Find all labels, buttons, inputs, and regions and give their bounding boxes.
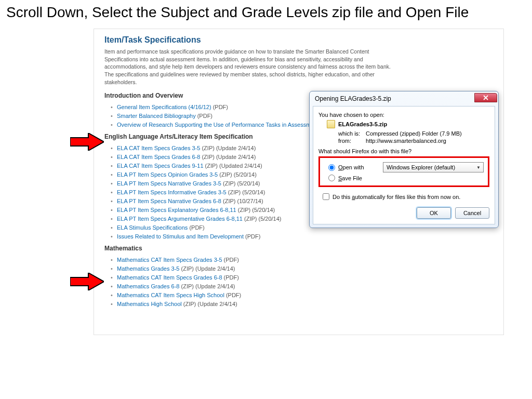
list-item: Mathematics CAT Item Specs Grades 3-5 (P… bbox=[111, 255, 493, 264]
suffix: (ZIP) (Updated 2/4/14) bbox=[204, 163, 262, 169]
list-item: Mathematics CAT Item Specs High School (… bbox=[111, 290, 493, 299]
svg-marker-0 bbox=[70, 133, 104, 151]
link[interactable]: ELA CAT Item Specs Grades 3-5 bbox=[117, 145, 200, 151]
question-text: What should Firefox do with this file? bbox=[318, 148, 489, 154]
link[interactable]: ELA CAT Item Specs Grades 9-11 bbox=[117, 163, 204, 169]
close-button[interactable] bbox=[474, 93, 497, 102]
subsection-math: Mathematics bbox=[104, 245, 493, 252]
link[interactable]: ELA CAT Item Specs Grades 6-8 bbox=[117, 154, 200, 160]
which-is-value: Compressed (zipped) Folder (7.9 MB) bbox=[366, 130, 462, 137]
link[interactable]: Mathematics High School bbox=[117, 301, 182, 307]
download-dialog: Opening ELAGrades3-5.zip You have chosen… bbox=[309, 91, 499, 228]
open-with-label: Open with bbox=[338, 164, 380, 170]
auto-label: Do this automatically for files like thi… bbox=[332, 194, 460, 200]
application-dropdown[interactable]: Windows Explorer (default) bbox=[383, 162, 484, 172]
suffix: (ZIP) (5/20/14) bbox=[221, 180, 260, 187]
link[interactable]: Smarter Balanced Bibliography bbox=[117, 113, 196, 119]
ok-button[interactable]: OK bbox=[417, 207, 451, 219]
link[interactable]: ELA PT Item Specs Explanatory Grades 6-8… bbox=[117, 207, 236, 213]
chosen-text: You have chosen to open: bbox=[318, 112, 489, 118]
open-with-radio[interactable] bbox=[328, 164, 335, 171]
section-heading: Item/Task Specifications bbox=[104, 35, 493, 45]
suffix: (ZIP) (Update 2/4/14) bbox=[179, 265, 235, 272]
suffix: (ZIP) (5/20/14) bbox=[243, 216, 282, 222]
suffix: (ZIP) (Update 2/4/14) bbox=[200, 154, 256, 160]
auto-checkbox[interactable] bbox=[323, 193, 329, 200]
which-is-label: which is: bbox=[338, 130, 364, 137]
suffix: (PDF) bbox=[222, 274, 239, 281]
suffix: (PDF) bbox=[188, 224, 204, 231]
zip-icon bbox=[327, 120, 335, 128]
suffix: (PDF) bbox=[196, 113, 212, 119]
link[interactable]: General Item Specifications (4/16/12) bbox=[117, 104, 211, 110]
suffix: (ZIP) (Update 2/4/14) bbox=[179, 283, 235, 289]
arrow-icon bbox=[70, 133, 104, 151]
link[interactable]: ELA PT Item Specs Narrative Grades 3-5 bbox=[117, 180, 221, 187]
link[interactable]: ELA PT Item Specs Informative Grades 3-5 bbox=[117, 189, 227, 195]
link[interactable]: Mathematics CAT Item Specs Grades 3-5 bbox=[117, 257, 222, 263]
dialog-title: Opening ELAGrades3-5.zip bbox=[315, 95, 474, 102]
dialog-titlebar[interactable]: Opening ELAGrades3-5.zip bbox=[310, 91, 498, 106]
suffix: (ZIP) (10/27/14) bbox=[221, 198, 263, 204]
link[interactable]: Overview of Research Supporting the Use … bbox=[117, 122, 319, 128]
link[interactable]: Mathematics CAT Item Specs Grades 6-8 bbox=[117, 274, 222, 281]
save-file-label: Save File bbox=[338, 175, 380, 181]
suffix: (ZIP) (5/20/14) bbox=[227, 189, 265, 195]
filename: ELAGrades3-5.zip bbox=[338, 121, 387, 127]
intro-text: Item and performance task specifications… bbox=[104, 48, 395, 86]
suffix: (ZIP) (Update 2/4/14) bbox=[182, 301, 237, 307]
link[interactable]: ELA PT Item Specs Argumentative Grades 6… bbox=[117, 216, 243, 222]
suffix: (ZIP) (5/20/14) bbox=[236, 207, 275, 213]
suffix: (PDF) bbox=[211, 104, 228, 110]
link[interactable]: Mathematics CAT Item Specs High School bbox=[117, 292, 224, 298]
suffix: (ZIP) (Update 2/4/14) bbox=[200, 145, 256, 151]
from-value: http://www.smarterbalanced.org bbox=[366, 138, 446, 144]
math-list: Mathematics CAT Item Specs Grades 3-5 (P… bbox=[104, 255, 493, 308]
suffix: (PDF) bbox=[222, 257, 239, 263]
from-label: from: bbox=[338, 138, 364, 144]
cancel-button[interactable]: Cancel bbox=[455, 207, 489, 219]
svg-marker-1 bbox=[70, 273, 104, 290]
suffix: (PDF) bbox=[224, 292, 241, 298]
save-file-radio[interactable] bbox=[328, 175, 335, 181]
highlight-box: Open with Windows Explorer (default) Sav… bbox=[318, 156, 489, 187]
arrow-icon bbox=[70, 273, 104, 290]
page-title: Scroll Down, Select the Subject and Grad… bbox=[0, 0, 532, 25]
suffix: (PDF) bbox=[244, 233, 260, 240]
list-item: Mathematics Grades 6-8 (ZIP) (Update 2/4… bbox=[111, 282, 493, 290]
list-item: Issues Related to Stimulus and Item Deve… bbox=[111, 232, 493, 241]
suffix: (ZIP) (5/20/14) bbox=[218, 171, 257, 178]
link[interactable]: Mathematics Grades 6-8 bbox=[117, 283, 179, 289]
link[interactable]: ELA Stimulus Specifications bbox=[117, 224, 188, 231]
link[interactable]: ELA PT Item Specs Opinion Grades 3-5 bbox=[117, 171, 218, 178]
dialog-body: You have chosen to open: ELAGrades3-5.zi… bbox=[313, 106, 495, 224]
link[interactable]: ELA PT Item Specs Narrative Grades 6-8 bbox=[117, 198, 221, 204]
link[interactable]: Mathematics Grades 3-5 bbox=[117, 265, 179, 272]
list-item: Mathematics High School (ZIP) (Update 2/… bbox=[111, 299, 493, 308]
list-item: Mathematics Grades 3-5 (ZIP) (Update 2/4… bbox=[111, 264, 493, 273]
list-item: Mathematics CAT Item Specs Grades 6-8 (P… bbox=[111, 273, 493, 282]
link[interactable]: Issues Related to Stimulus and Item Deve… bbox=[117, 233, 244, 240]
